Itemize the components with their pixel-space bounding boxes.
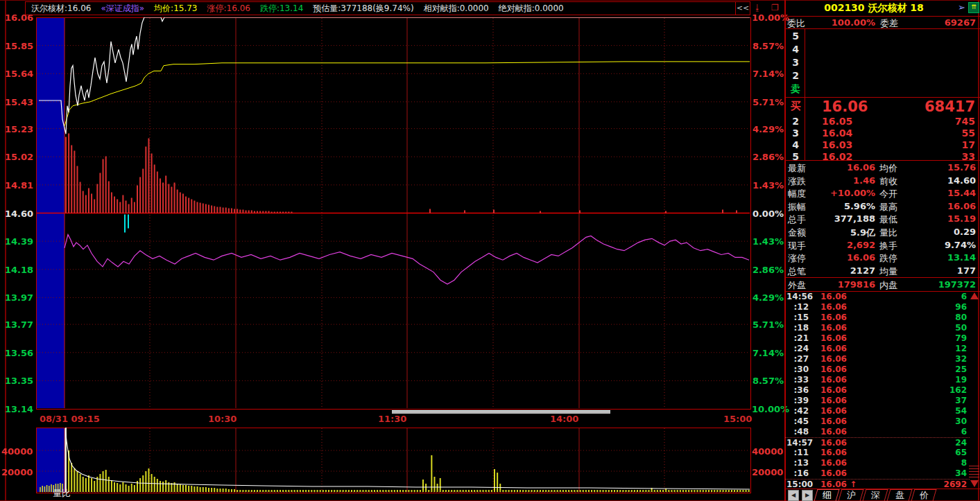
tab-scroll-left-button[interactable]: ◀	[788, 490, 799, 501]
tick-row[interactable]: :2116.0679	[785, 333, 970, 344]
vol-axis-40000-left: 40000	[1, 446, 32, 457]
tab-细[interactable]: 细	[814, 489, 840, 501]
copy-window-icon[interactable]: ❐	[771, 3, 779, 12]
outer-volume-label: 外盘	[788, 279, 806, 292]
pointer-tool-icon[interactable]: ➢	[958, 2, 968, 12]
horizontal-scrollbar-thumb[interactable]	[392, 410, 610, 414]
tick-volume: 25	[955, 364, 967, 375]
signal-icon[interactable]: ⇈	[968, 2, 979, 13]
tab-深[interactable]: 深	[863, 489, 888, 501]
tick-row[interactable]: :3016.0625	[785, 364, 970, 375]
stat-label: 总笔	[788, 265, 806, 278]
stat-value: 0.29	[895, 227, 976, 237]
bid-price[interactable]: 16.03	[822, 139, 852, 150]
bid-level-3[interactable]: 3	[786, 128, 805, 139]
tick-row[interactable]: :3616.06162	[785, 385, 970, 396]
tick-row[interactable]: :1616.0634	[785, 468, 970, 479]
percent-axis-label: 8.57%	[752, 376, 784, 385]
bid-volume[interactable]: 745	[888, 116, 975, 127]
stat-value: 16.06	[805, 162, 875, 173]
ask-level-4[interactable]: 4	[786, 44, 805, 55]
tick-price: 16.06	[820, 375, 847, 385]
tick-row[interactable]: :4516.0630	[785, 416, 970, 427]
tick-price: 16.06	[820, 458, 847, 468]
bid-level-2[interactable]: 2	[786, 116, 805, 127]
tick-volume: 30	[955, 416, 967, 427]
tab-scroll-right-button[interactable]: ▶	[802, 490, 813, 501]
scroll-up-icon[interactable]	[970, 292, 979, 299]
tick-row[interactable]: :1816.0650	[785, 323, 970, 333]
bid-price[interactable]: 16.04	[822, 128, 852, 139]
ask-level-5[interactable]: 5	[786, 30, 805, 42]
tick-row[interactable]: :4816.066	[785, 427, 970, 437]
tick-volume: 24	[955, 438, 967, 448]
tick-row[interactable]: :2416.0612	[785, 344, 970, 354]
price-axis-label: 13.35	[1, 376, 33, 385]
tick-row[interactable]: 14:5716.0624	[785, 437, 970, 448]
topbar-index-name[interactable]: «深证成指»	[101, 3, 144, 15]
tick-volume: 6	[961, 292, 967, 302]
tick-row[interactable]: :2716.0632	[785, 354, 970, 364]
stat-value: 2,692	[805, 240, 875, 250]
ask-level-3[interactable]: 3	[786, 57, 805, 68]
tick-row[interactable]: :3316.0619	[785, 375, 970, 385]
window-frame-right	[978, 0, 979, 501]
tab-沪[interactable]: 沪	[839, 489, 864, 501]
bid-volume[interactable]: 55	[888, 128, 975, 139]
tick-row[interactable]: :3916.0637	[785, 396, 970, 406]
tab-价[interactable]: 价	[911, 489, 937, 501]
tick-row[interactable]: 14:5616.066	[785, 292, 970, 302]
tick-row[interactable]: :1116.0665	[785, 448, 970, 458]
weicha-value: 69267	[945, 17, 976, 28]
tick-price: 16.06	[820, 313, 847, 323]
tick-row[interactable]: :4216.0654	[785, 406, 970, 416]
vol-axis-20000-left: 20000	[1, 467, 32, 477]
tick-time: :45	[786, 416, 809, 427]
volume-pane[interactable]	[36, 428, 751, 493]
ask-level-2[interactable]: 2	[786, 70, 805, 81]
stat-value: 15.76	[895, 162, 976, 173]
percent-axis-label: 2.86%	[752, 265, 784, 274]
tick-time: 14:57	[786, 438, 809, 448]
price-axis-label: 13.97	[1, 293, 33, 302]
tick-time: :36	[786, 385, 809, 396]
price-axis-label: 15.02	[1, 152, 33, 161]
tick-time: :42	[786, 406, 809, 416]
bid-volume[interactable]: 17	[888, 139, 975, 150]
ask-level-卖[interactable]: 卖	[786, 83, 805, 96]
percent-axis-label: 4.29%	[752, 293, 784, 302]
bid-volume[interactable]: 33	[888, 151, 975, 162]
bid1-volume[interactable]: 68417	[888, 98, 975, 115]
topbar-limit-up: 涨停:16.06	[207, 3, 250, 15]
tab-盘[interactable]: 盘	[887, 489, 913, 501]
tick-volume: 12	[955, 344, 967, 354]
stat-value: 13.14	[895, 252, 976, 263]
bid-level-买[interactable]: 买	[786, 100, 805, 113]
tick-time: :12	[786, 302, 809, 313]
percent-axis-label: 10.00%	[752, 405, 784, 414]
outer-volume-value: 179816	[805, 279, 875, 290]
bid-price[interactable]: 16.02	[822, 151, 852, 162]
tick-price: 16.06	[820, 333, 847, 344]
stat-label: 总手	[788, 213, 806, 226]
tick-time: :13	[786, 458, 809, 468]
bid-level-5[interactable]: 5	[786, 151, 805, 162]
collapse-button[interactable]: <<	[735, 1, 750, 15]
bid-price[interactable]: 16.05	[822, 116, 852, 127]
tick-row[interactable]: :1316.068	[785, 458, 970, 468]
bid1-price[interactable]: 16.06	[822, 98, 868, 115]
stat-label: 最新	[788, 162, 806, 175]
vol-axis-40000-right: 40000	[752, 446, 782, 457]
pin-icon[interactable]: ⭳	[753, 3, 762, 12]
topbar: 沃尔核材:16.06 «深证成指» 均价:15.73 涨停:16.06 跌停:1…	[25, 1, 750, 15]
tick-row[interactable]: :1516.0680	[785, 313, 970, 323]
weicha-label: 委差	[880, 17, 898, 30]
tick-price: 16.06	[820, 292, 847, 302]
time-axis-label: 11:30	[378, 414, 406, 424]
percent-axis-label: 1.43%	[752, 181, 784, 190]
scroll-down-icon[interactable]	[970, 480, 979, 487]
tick-row[interactable]: :1216.0696	[785, 302, 970, 313]
timeshare-chart[interactable]	[36, 17, 751, 410]
bid-level-4[interactable]: 4	[786, 139, 805, 150]
stat-value: 9.74%	[895, 240, 976, 250]
